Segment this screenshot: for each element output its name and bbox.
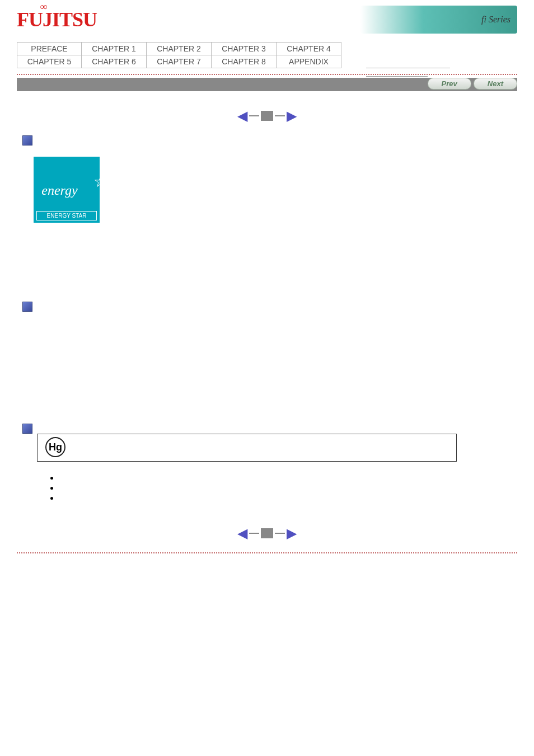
pager-next-icon-bottom[interactable]: ▶ (285, 525, 298, 541)
nav-appendix[interactable]: APPENDIX (277, 55, 341, 68)
mercury-bullet-list (59, 473, 512, 503)
section-bullet-icon-3 (22, 424, 32, 434)
energy-star-logo: energy☆ ENERGY STAR (34, 157, 100, 223)
fi-series-banner: fi Series (360, 6, 517, 34)
pager-track-left (249, 115, 259, 116)
pager-prev-icon-bottom[interactable]: ◀ (236, 525, 249, 541)
nav-chapter-2[interactable]: CHAPTER 2 (147, 42, 212, 55)
section-2 (22, 301, 512, 412)
nav-chapter-4[interactable]: CHAPTER 4 (277, 42, 341, 55)
list-item (59, 473, 512, 483)
nav-chapter-8[interactable]: CHAPTER 8 (212, 55, 277, 68)
pager-track-right (275, 115, 285, 116)
fi-series-text: fi Series (481, 15, 510, 25)
section-bullet-icon-1 (22, 135, 32, 145)
nav-chapter-7[interactable]: CHAPTER 7 (147, 55, 212, 68)
list-item (59, 483, 512, 493)
nav-chapter-5[interactable]: CHAPTER 5 (17, 55, 82, 68)
mercury-warning-box: Hg (37, 434, 457, 462)
fujitsu-logo: FUJITSU (17, 8, 97, 31)
nav-preface[interactable]: PREFACE (17, 42, 82, 55)
hg-icon: Hg (45, 437, 65, 457)
list-item (59, 493, 512, 503)
pager-prev-icon[interactable]: ◀ (236, 108, 249, 123)
pager-bottom: ◀▶ (0, 525, 534, 541)
section-bullet-icon-2 (22, 302, 32, 312)
next-button[interactable]: Next (474, 78, 517, 90)
side-link-1[interactable] (366, 68, 450, 68)
prev-button[interactable]: Prev (428, 78, 471, 90)
pager-page-indicator-bottom[interactable] (261, 528, 273, 538)
divider-bottom (17, 552, 517, 553)
pager-track-right-bottom (275, 533, 285, 534)
star-icon: ☆ (93, 173, 107, 190)
energy-star-label: ENERGY STAR (36, 211, 97, 220)
nav-chapter-3[interactable]: CHAPTER 3 (212, 42, 277, 55)
energy-star-script: energy (41, 183, 77, 198)
nav-chapter-6[interactable]: CHAPTER 6 (82, 55, 147, 68)
chapter-nav: PREFACE CHAPTER 1 CHAPTER 2 CHAPTER 3 CH… (17, 42, 341, 68)
pager-top: ◀▶ (0, 108, 534, 124)
section-mercury: Hg (22, 424, 512, 504)
pager-next-icon[interactable]: ▶ (285, 108, 298, 123)
nav-chapter-1[interactable]: CHAPTER 1 (82, 42, 147, 55)
pager-track-left-bottom (249, 533, 259, 534)
pager-page-indicator[interactable] (261, 111, 273, 121)
side-link-2[interactable] (366, 76, 428, 77)
section-energy-star: energy☆ ENERGY STAR (22, 135, 512, 290)
title-bar: Prev Next (17, 78, 517, 91)
